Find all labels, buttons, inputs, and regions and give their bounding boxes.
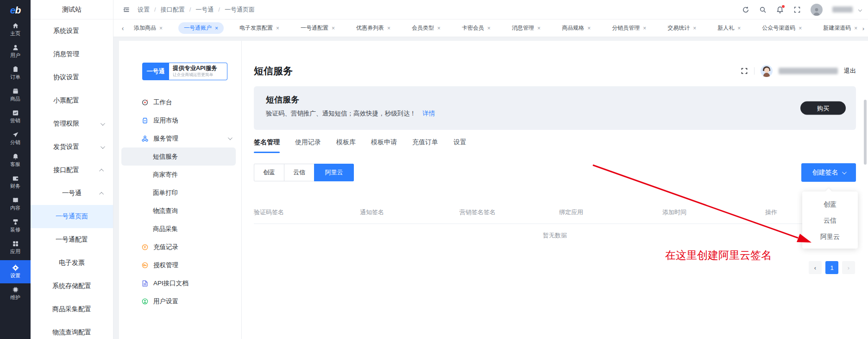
- tab-distributor-manage[interactable]: 分销员管理×: [606, 22, 652, 34]
- close-icon[interactable]: ×: [159, 25, 163, 32]
- tab-official-channel-code[interactable]: 公众号渠道码×: [756, 22, 807, 34]
- nav-item-marketing[interactable]: 营销: [0, 108, 31, 126]
- menu-item-goods-collect[interactable]: 商品采集: [119, 220, 241, 238]
- menu-item-sms-service[interactable]: 短信服务: [121, 147, 236, 166]
- tab-card-member[interactable]: 卡密会员×: [456, 22, 496, 34]
- provider-yunxin-button[interactable]: 云信: [284, 164, 314, 181]
- tab-usage-record[interactable]: 使用记录: [295, 138, 321, 147]
- sidebar-item-logistics-config[interactable]: 物流查询配置: [31, 321, 113, 339]
- notification-bell-icon[interactable]: [776, 6, 784, 13]
- breadcrumb-item[interactable]: 一号通: [195, 6, 214, 14]
- tab-coupon-list[interactable]: 优惠券列表×: [351, 22, 396, 34]
- menu-item-workbench[interactable]: 工作台: [119, 93, 241, 111]
- dropdown-item-chuanglan[interactable]: 创蓝: [802, 196, 858, 212]
- nav-item-content[interactable]: 内容: [0, 195, 31, 213]
- nav-item-home[interactable]: 主页: [0, 20, 31, 39]
- menu-item-logistics-query[interactable]: 物流查询: [119, 202, 241, 220]
- tab-yihaotong-account[interactable]: 一号通账户×: [178, 22, 224, 34]
- refresh-icon[interactable]: [742, 6, 749, 13]
- sidebar-item-yihaotong-page[interactable]: 一号通页面: [31, 205, 113, 228]
- menu-item-app-market[interactable]: 应用市场: [119, 111, 241, 129]
- tab-signature-manage[interactable]: 签名管理: [254, 138, 280, 147]
- menu-item-user-settings[interactable]: 用户设置: [119, 292, 241, 310]
- breadcrumb-item[interactable]: 接口配置: [161, 6, 185, 14]
- tab-settings[interactable]: 设置: [453, 138, 466, 147]
- nav-item-decorate[interactable]: 装修: [0, 217, 31, 235]
- collapse-menu-icon[interactable]: [123, 6, 130, 13]
- nav-item-finance[interactable]: 财务: [0, 173, 31, 192]
- detail-link[interactable]: 详情: [422, 110, 435, 117]
- menu-item-api-doc[interactable]: API接口文档: [119, 274, 241, 292]
- close-icon[interactable]: ×: [276, 25, 279, 32]
- sidebar-item-storage-config[interactable]: 系统存储配置: [31, 275, 113, 298]
- menu-item-service-manage[interactable]: 服务管理: [119, 129, 241, 147]
- close-icon[interactable]: ×: [387, 25, 390, 32]
- tab-add-goods[interactable]: 添加商品×: [128, 22, 168, 34]
- close-icon[interactable]: ×: [215, 25, 218, 32]
- provider-aliyun-button[interactable]: 阿里云: [314, 164, 354, 181]
- sidebar-item-yihaotong-config[interactable]: 一号通配置: [31, 228, 113, 251]
- tab-goods-spec[interactable]: 商品规格×: [556, 22, 596, 34]
- nav-item-user[interactable]: 用户: [0, 42, 31, 61]
- sidebar-item-shipping[interactable]: 发货设置: [31, 135, 113, 159]
- menu-item-merchant-shipping[interactable]: 商家寄件: [119, 166, 241, 184]
- dropdown-item-aliyun[interactable]: 阿里云: [802, 229, 858, 245]
- close-icon[interactable]: ×: [737, 25, 741, 32]
- close-icon[interactable]: ×: [643, 25, 646, 32]
- tabs-scroll-right-icon[interactable]: ›: [861, 19, 866, 37]
- close-icon[interactable]: ×: [437, 25, 440, 32]
- search-icon[interactable]: [759, 6, 767, 13]
- close-icon[interactable]: ×: [537, 25, 541, 32]
- page-prev-button[interactable]: ‹: [809, 261, 822, 274]
- nav-item-apps[interactable]: 应用: [0, 238, 31, 257]
- close-icon[interactable]: ×: [693, 25, 696, 32]
- fullscreen-icon[interactable]: [793, 6, 801, 13]
- sidebar-item-permission[interactable]: 管理权限: [31, 112, 113, 135]
- nav-item-distribution[interactable]: 分销: [0, 129, 31, 148]
- avatar[interactable]: [811, 4, 823, 16]
- close-icon[interactable]: ×: [854, 25, 857, 32]
- sidebar-item-api-config[interactable]: 接口配置: [31, 159, 113, 182]
- nav-item-order[interactable]: 订单: [0, 64, 31, 83]
- sidebar-item-protocol[interactable]: 协议设置: [31, 66, 113, 89]
- tab-new-channel-code[interactable]: 新建渠道码×: [818, 22, 863, 34]
- panel-fullscreen-icon[interactable]: [741, 67, 748, 75]
- close-icon[interactable]: ×: [799, 25, 802, 32]
- tab-recharge-order[interactable]: 充值订单: [412, 138, 438, 147]
- scrollbar-thumb[interactable]: [864, 100, 867, 165]
- sidebar-item-system-settings[interactable]: 系统设置: [31, 19, 113, 43]
- tabs-scroll-left-icon[interactable]: ‹: [117, 23, 128, 34]
- close-icon[interactable]: ×: [587, 25, 591, 32]
- menu-item-authorize-manage[interactable]: 授权管理: [119, 256, 241, 274]
- close-icon[interactable]: ×: [332, 25, 335, 32]
- sidebar-item-message-manage[interactable]: 消息管理: [31, 43, 113, 66]
- nav-item-goods[interactable]: 商品: [0, 86, 31, 104]
- tab-newcomer-gift[interactable]: 新人礼×: [712, 22, 746, 34]
- breadcrumb-item[interactable]: 一号通页面: [225, 6, 255, 14]
- account-avatar[interactable]: [761, 65, 773, 77]
- tab-yihaotong-config[interactable]: 一号通配置×: [295, 22, 340, 34]
- close-icon[interactable]: ×: [487, 25, 491, 32]
- nav-item-settings[interactable]: 设置: [0, 260, 31, 283]
- buy-button[interactable]: 购买: [800, 102, 846, 115]
- tab-trade-stats[interactable]: 交易统计×: [662, 22, 702, 34]
- dropdown-item-yunxin[interactable]: 云信: [802, 212, 858, 229]
- page-next-button[interactable]: ›: [842, 261, 855, 274]
- tab-template-lib[interactable]: 模板库: [336, 138, 356, 147]
- menu-item-recharge-record[interactable]: ¥ 充值记录: [119, 238, 241, 256]
- page-1-button[interactable]: 1: [825, 261, 838, 274]
- tab-message-manage[interactable]: 消息管理×: [506, 22, 546, 34]
- nav-item-maintain[interactable]: 维护: [0, 284, 31, 303]
- tab-template-apply[interactable]: 模板申请: [371, 138, 397, 147]
- tab-einvoice-config[interactable]: 电子发票配置×: [234, 22, 285, 34]
- breadcrumb-item[interactable]: 设置: [138, 6, 150, 14]
- sidebar-item-collect-config[interactable]: 商品采集配置: [31, 298, 113, 321]
- nav-item-customer-service[interactable]: 客服: [0, 151, 31, 170]
- sidebar-item-receipt[interactable]: 小票配置: [31, 89, 113, 112]
- brand-logo[interactable]: eb: [0, 0, 31, 20]
- sidebar-item-yihaotong[interactable]: 一号通: [31, 182, 113, 205]
- provider-chuanglan-button[interactable]: 创蓝: [254, 164, 284, 181]
- menu-item-waybill-print[interactable]: 面单打印: [119, 184, 241, 202]
- sidebar-item-einvoice[interactable]: 电子发票: [31, 251, 113, 275]
- tab-member-type[interactable]: 会员类型×: [406, 22, 446, 34]
